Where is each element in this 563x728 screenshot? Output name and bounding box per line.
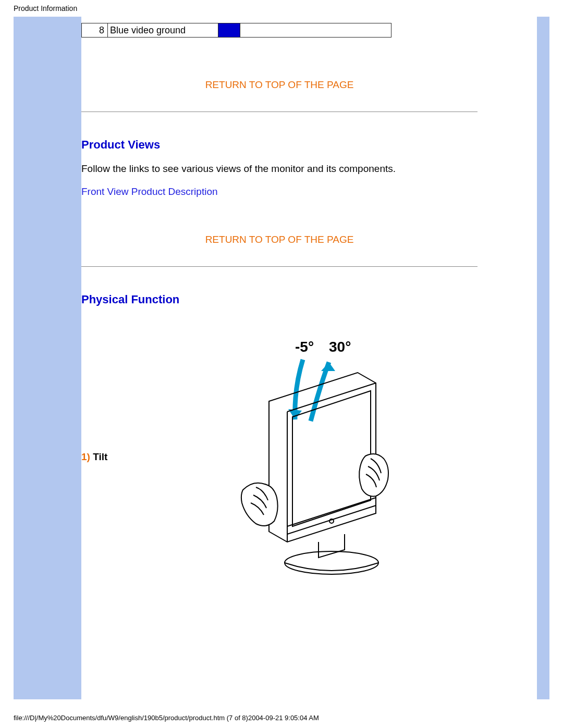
tilt-word: Tilt bbox=[90, 451, 107, 462]
angle-neg5-text: -5° bbox=[295, 339, 314, 355]
pin-table-row: 8 Blue video ground bbox=[81, 23, 391, 38]
main-frame: 8 Blue video ground RETURN TO TOP OF THE… bbox=[14, 17, 549, 699]
pin-number-cell: 8 bbox=[82, 23, 108, 37]
content-area: 8 Blue video ground RETURN TO TOP OF THE… bbox=[81, 17, 537, 699]
pin-desc-cell: Blue video ground bbox=[108, 23, 218, 37]
footer-path: file:///D|/My%20Documents/dfu/W9/english… bbox=[14, 714, 319, 722]
divider-2 bbox=[81, 266, 478, 267]
tilt-number: 1) bbox=[81, 451, 90, 462]
divider-1 bbox=[81, 112, 478, 112]
pin-empty-cell bbox=[240, 23, 391, 37]
arrow-right-head-icon bbox=[321, 362, 335, 371]
pin-color-cell bbox=[218, 23, 240, 37]
return-to-top-link-1[interactable]: RETURN TO TOP OF THE PAGE bbox=[81, 38, 478, 106]
tilt-row: 1) Tilt -5° 30° bbox=[81, 318, 537, 581]
hands-icon bbox=[241, 454, 388, 526]
front-view-link[interactable]: Front View Product Description bbox=[81, 186, 537, 203]
monitor-tilt-icon: -5° 30° bbox=[227, 334, 410, 578]
return-to-top-link-2[interactable]: RETURN TO TOP OF THE PAGE bbox=[81, 203, 478, 261]
angle-30-text: 30° bbox=[329, 339, 351, 355]
product-views-body: Follow the links to see various views of… bbox=[81, 163, 537, 186]
tilt-label: 1) Tilt bbox=[81, 451, 227, 463]
page-header: Product Information bbox=[0, 0, 563, 17]
product-views-heading: Product Views bbox=[81, 128, 537, 163]
physical-function-heading: Physical Function bbox=[81, 282, 537, 318]
tilt-diagram: -5° 30° bbox=[227, 334, 410, 581]
